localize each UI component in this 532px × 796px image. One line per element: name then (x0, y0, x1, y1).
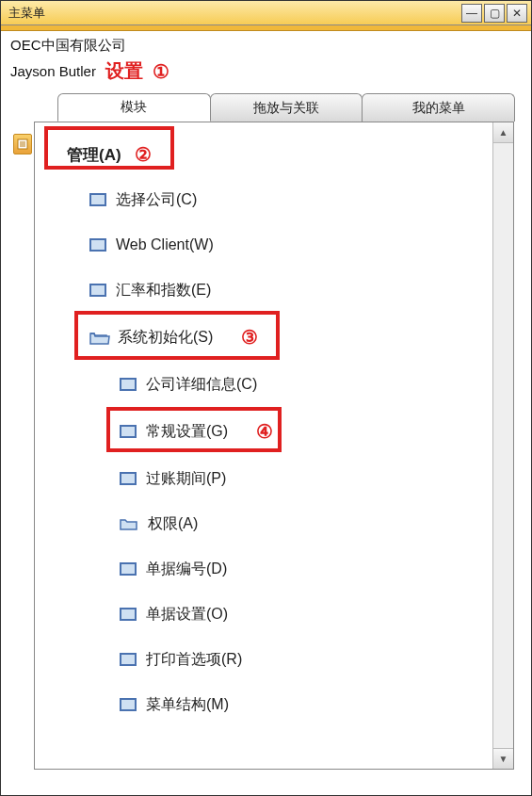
tree-label-document-numbering: 单据编号(D) (146, 560, 227, 579)
tree-label-exchange-index: 汇率和指数(E) (116, 281, 211, 301)
tree-item-general-settings[interactable]: 常规设置(G) ④ (35, 407, 492, 456)
tree-label-web-client: Web Client(W) (116, 236, 214, 253)
annotation-1: ① (153, 60, 169, 83)
window-icon (120, 698, 137, 711)
tree-item-company-details[interactable]: 公司详细信息(C) (35, 362, 492, 407)
module-side-icon (13, 134, 32, 153)
annotation-2: ② (135, 143, 152, 166)
minimize-button[interactable]: — (461, 4, 482, 23)
window-controls: — ▢ ✕ (461, 4, 527, 23)
vertical-scrollbar[interactable]: ▲ ▼ (492, 122, 513, 769)
chevron-up-icon: ▲ (499, 127, 508, 138)
tree-item-menu-structure[interactable]: 菜单结构(M) (35, 682, 492, 727)
user-name: Jayson Butler (10, 63, 96, 79)
tree-label-document-settings: 单据设置(O) (146, 605, 228, 625)
window-icon (120, 608, 137, 621)
company-name: OEC中国有限公司 (10, 37, 522, 55)
window-icon (120, 425, 137, 438)
content-frame: 管理(A) ② 选择公司(C) Web Client(W) 汇率和指数(E) (34, 122, 514, 770)
tree-label-menu-structure: 菜单结构(M) (146, 695, 229, 715)
tree-item-web-client[interactable]: Web Client(W) (35, 222, 492, 268)
tree-item-document-settings[interactable]: 单据设置(O) (35, 592, 492, 637)
tree-label-posting-periods: 过账期间(P) (146, 469, 226, 489)
window-icon (120, 562, 137, 576)
titlebar[interactable]: 主菜单 — ▢ ✕ (1, 1, 531, 25)
user-line: Jayson Butler 设置 ① (10, 58, 522, 84)
window-icon (89, 284, 106, 297)
tree-item-permissions[interactable]: 权限(A) (35, 501, 492, 546)
folder-open-icon (89, 331, 108, 345)
main-menu-window: 主菜单 — ▢ ✕ OEC中国有限公司 Jayson Butler 设置 ① 模… (0, 0, 532, 796)
tree-label-admin: 管理(A) (67, 144, 121, 166)
header-area: OEC中国有限公司 Jayson Butler 设置 ① (1, 31, 531, 88)
tree-item-exchange-index[interactable]: 汇率和指数(E) (35, 268, 492, 313)
tree-label-permissions: 权限(A) (148, 514, 198, 534)
tab-my-menu[interactable]: 我的菜单 (362, 93, 515, 122)
tree-pane: 管理(A) ② 选择公司(C) Web Client(W) 汇率和指数(E) (35, 122, 492, 769)
tree-label-select-company: 选择公司(C) (116, 190, 197, 210)
folder-icon (120, 517, 138, 531)
maximize-button[interactable]: ▢ (484, 4, 505, 23)
tree-item-document-numbering[interactable]: 单据编号(D) (35, 546, 492, 592)
window-icon (89, 238, 106, 252)
scroll-down-button[interactable]: ▼ (493, 748, 513, 769)
window-title: 主菜单 (5, 5, 461, 22)
tree-label-general-settings: 常规设置(G) (146, 422, 228, 442)
tree-item-select-company[interactable]: 选择公司(C) (35, 177, 492, 222)
tree-item-print-preferences[interactable]: 打印首选项(R) (35, 637, 492, 682)
tabs-row: 模块 拖放与关联 我的菜单 (57, 93, 514, 122)
document-icon (17, 138, 28, 150)
tab-modules[interactable]: 模块 (57, 93, 211, 122)
scroll-up-button[interactable]: ▲ (493, 122, 513, 143)
annotation-3: ③ (241, 326, 258, 349)
tree-label-print-preferences: 打印首选项(R) (146, 650, 242, 670)
settings-annotation-label: 设置 (105, 58, 143, 84)
window-icon (89, 193, 106, 206)
tree-item-admin[interactable]: 管理(A) ② (35, 132, 492, 177)
window-icon (120, 472, 137, 485)
tab-drag-assoc[interactable]: 拖放与关联 (210, 93, 363, 122)
window-icon (120, 653, 137, 666)
tree-item-posting-periods[interactable]: 过账期间(P) (35, 456, 492, 501)
chevron-down-icon: ▼ (499, 754, 508, 764)
annotation-4: ④ (256, 420, 273, 443)
tree-label-company-details: 公司详细信息(C) (146, 375, 257, 395)
window-icon (120, 378, 137, 391)
tree-item-system-init[interactable]: 系统初始化(S) ③ (35, 313, 492, 362)
close-button[interactable]: ✕ (507, 4, 527, 23)
tree-label-system-init: 系统初始化(S) (118, 328, 213, 348)
